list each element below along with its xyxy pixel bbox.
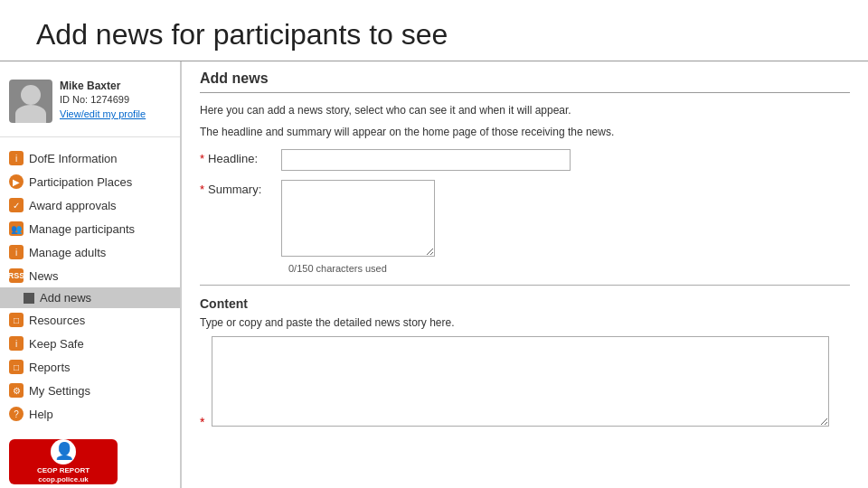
summary-label: * Summary: <box>200 180 281 196</box>
section-divider <box>200 285 850 286</box>
sidebar-sub-label: Add news <box>40 291 91 305</box>
page-title: Add news for participants to see <box>0 0 868 61</box>
content-section-title: Add news <box>200 70 850 93</box>
profile-name: Mike Baxter <box>60 80 146 92</box>
required-star-headline: * <box>200 152 204 165</box>
content-area: Add news Here you can add a news story, … <box>181 61 868 488</box>
intro-text-2: The headline and summary will appear on … <box>200 124 850 140</box>
headline-label: * Headline: <box>200 149 281 165</box>
manage-a-icon: i <box>9 245 24 259</box>
sidebar-item-resources[interactable]: □ Resources <box>0 308 180 332</box>
sidebar-item-label: Manage participants <box>29 222 135 236</box>
reports-icon: □ <box>9 360 24 374</box>
dofe-icon: i <box>9 151 24 165</box>
ceop-badge[interactable]: CEOP REPORT ccop.police.uk <box>9 439 118 484</box>
sidebar-item-help[interactable]: ? Help <box>0 402 180 426</box>
sidebar-item-label: News <box>29 269 59 283</box>
profile-id: ID No: 1274699 <box>60 94 146 105</box>
sidebar-item-keep-safe[interactable]: i Keep Safe <box>0 332 180 355</box>
settings-icon: ⚙ <box>9 383 24 398</box>
rss-icon: RSS <box>9 268 24 283</box>
manage-p-icon: 👥 <box>9 221 24 236</box>
required-star-content: * <box>200 415 204 429</box>
intro-text-1: Here you can add a news story, select wh… <box>200 102 850 118</box>
ceop-label: CEOP REPORT ccop.police.uk <box>37 466 90 483</box>
help-icon: ? <box>9 407 24 421</box>
sub-icon <box>24 293 34 304</box>
sidebar-item-label: Award approvals <box>29 199 117 212</box>
sidebar-item-label: Participation Places <box>29 175 132 189</box>
summary-textarea[interactable] <box>281 180 435 257</box>
sidebar-item-dofe-information[interactable]: i DofE Information <box>0 146 180 170</box>
award-icon: ✓ <box>9 198 24 212</box>
sidebar-item-label: Manage adults <box>29 246 106 259</box>
sidebar-item-label: Resources <box>29 314 85 327</box>
required-star-summary: * <box>200 183 204 196</box>
resources-icon: □ <box>9 313 24 327</box>
content-title: Content <box>200 296 850 311</box>
sidebar: Mike Baxter ID No: 1274699 View/edit my … <box>0 61 181 488</box>
sidebar-item-reports[interactable]: □ Reports <box>0 355 180 379</box>
sidebar-item-manage-adults[interactable]: i Manage adults <box>0 240 180 264</box>
keep-safe-icon: i <box>9 336 24 351</box>
participation-icon: ▶ <box>9 174 24 189</box>
sidebar-item-manage-participants[interactable]: 👥 Manage participants <box>0 217 180 240</box>
sidebar-item-participation-places[interactable]: ▶ Participation Places <box>0 170 180 193</box>
profile-section: Mike Baxter ID No: 1274699 View/edit my … <box>0 70 180 137</box>
sidebar-item-label: Keep Safe <box>29 337 84 351</box>
sidebar-item-label: Help <box>29 408 53 421</box>
sidebar-item-news[interactable]: RSS News <box>0 264 180 287</box>
headline-input[interactable] <box>281 149 571 171</box>
avatar <box>9 80 52 123</box>
char-count: 0/150 characters used <box>288 263 435 274</box>
profile-link[interactable]: View/edit my profile <box>60 108 146 119</box>
sidebar-item-label: Reports <box>29 361 71 374</box>
sidebar-item-label: My Settings <box>29 384 90 398</box>
sidebar-item-label: DofE Information <box>29 152 118 165</box>
sidebar-item-my-settings[interactable]: ⚙ My Settings <box>0 379 180 402</box>
sidebar-item-add-news[interactable]: Add news <box>0 287 180 308</box>
content-desc: Type or copy and paste the detailed news… <box>200 316 850 329</box>
content-textarea[interactable] <box>212 336 829 427</box>
sidebar-item-award-approvals[interactable]: ✓ Award approvals <box>0 193 180 217</box>
ceop-icon <box>51 439 76 465</box>
